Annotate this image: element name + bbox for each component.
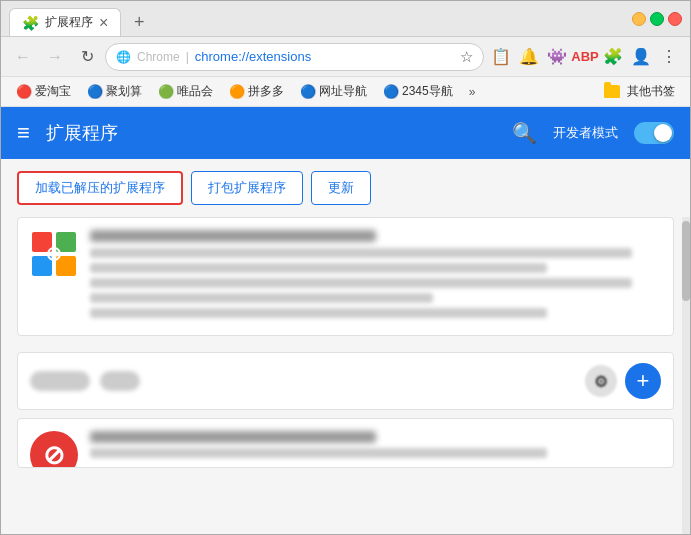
scrollbar-thumb[interactable] bbox=[682, 221, 690, 301]
bookmark-label-5: 网址导航 bbox=[319, 83, 367, 100]
extension-3-desc bbox=[90, 448, 547, 458]
extensions-content: 加载已解压的扩展程序 打包扩展程序 更新 bbox=[1, 159, 690, 534]
bookmark-icon-2: 🔵 bbox=[87, 84, 103, 99]
extension-2-actions: ⚙ + bbox=[585, 363, 661, 399]
account-icon[interactable]: 👤 bbox=[628, 44, 654, 70]
desc-line-2 bbox=[90, 263, 547, 273]
omnibox[interactable]: 🌐 Chrome | chrome://extensions ☆ bbox=[105, 43, 484, 71]
desc-line-1 bbox=[90, 248, 632, 258]
bookmark-label-2: 聚划算 bbox=[106, 83, 142, 100]
omnibox-pipe: | bbox=[186, 50, 189, 64]
developer-mode-label: 开发者模式 bbox=[553, 124, 618, 142]
bookmark-label-6: 2345导航 bbox=[402, 83, 453, 100]
extensions-header: ≡ 扩展程序 🔍 开发者模式 bbox=[1, 107, 690, 159]
extension-icon-2[interactable]: 👾 bbox=[544, 44, 570, 70]
bookmarks-more-button[interactable]: » bbox=[464, 82, 481, 102]
omnibox-separator: Chrome bbox=[137, 50, 180, 64]
developer-mode-toggle[interactable] bbox=[634, 122, 674, 144]
forward-button[interactable]: → bbox=[41, 43, 69, 71]
toggle-knob bbox=[654, 124, 672, 142]
bookmark-juhuasuan[interactable]: 🔵 聚划算 bbox=[80, 80, 149, 103]
extension-icon-3[interactable]: ABP bbox=[572, 44, 598, 70]
back-icon: ← bbox=[15, 48, 31, 66]
extensions-list-scroll: ⚙ + ⊘ bbox=[1, 217, 690, 534]
blur-badge-1 bbox=[30, 371, 90, 391]
scrollbar-track[interactable] bbox=[682, 217, 690, 534]
bookmark-label-1: 爱淘宝 bbox=[35, 83, 71, 100]
omnibox-bar: ← → ↻ 🌐 Chrome | chrome://extensions ☆ 📋… bbox=[1, 37, 690, 77]
update-button[interactable]: 更新 bbox=[311, 171, 371, 205]
search-icon[interactable]: 🔍 bbox=[512, 121, 537, 145]
bookmark-2345[interactable]: 🔵 2345导航 bbox=[376, 80, 460, 103]
bookmark-vip[interactable]: 🟢 唯品会 bbox=[151, 80, 220, 103]
tab-close-button[interactable]: × bbox=[99, 15, 108, 31]
active-tab[interactable]: 🧩 扩展程序 × bbox=[9, 8, 121, 36]
extension-2-content bbox=[30, 371, 575, 391]
svg-rect-0 bbox=[32, 232, 52, 252]
close-button[interactable] bbox=[668, 12, 682, 26]
extension-2-icon: ⚙ bbox=[585, 365, 617, 397]
extension-item-2: ⚙ + bbox=[17, 352, 674, 410]
menu-dots-icon[interactable]: ⋮ bbox=[656, 44, 682, 70]
extension-icon-stop: ⊘ bbox=[30, 431, 78, 468]
browser-window: 🧩 扩展程序 × + ← → ↻ 🌐 Chrome | chrome://ext… bbox=[0, 0, 691, 535]
bookmark-icon-6: 🔵 bbox=[383, 84, 399, 99]
bookmark-label-4: 拼多多 bbox=[248, 83, 284, 100]
titlebar: 🧩 扩展程序 × + bbox=[1, 1, 690, 37]
extension-item-1 bbox=[17, 217, 674, 336]
refresh-button[interactable]: ↻ bbox=[73, 43, 101, 71]
forward-icon: → bbox=[47, 48, 63, 66]
page-title: 扩展程序 bbox=[46, 121, 496, 145]
minimize-button[interactable] bbox=[632, 12, 646, 26]
extension-3-name bbox=[90, 431, 376, 443]
new-tab-button[interactable]: + bbox=[125, 8, 153, 36]
omnibox-url: chrome://extensions bbox=[195, 49, 311, 64]
bookmark-icon-3: 🟢 bbox=[158, 84, 174, 99]
tab-area: 🧩 扩展程序 × + bbox=[9, 1, 624, 36]
extension-1-name bbox=[90, 230, 376, 242]
bookmark-nav[interactable]: 🔵 网址导航 bbox=[293, 80, 374, 103]
bookmark-aitaobao[interactable]: 🔴 爱淘宝 bbox=[9, 80, 78, 103]
bookmark-pinduoduo[interactable]: 🟠 拼多多 bbox=[222, 80, 291, 103]
maximize-button[interactable] bbox=[650, 12, 664, 26]
desc-line-4 bbox=[90, 293, 433, 303]
window-controls bbox=[632, 12, 682, 26]
extension-icon-puzzle bbox=[30, 230, 78, 278]
tab-label: 扩展程序 bbox=[45, 14, 93, 31]
bookmark-star-icon[interactable]: ☆ bbox=[460, 48, 473, 66]
load-unpacked-button[interactable]: 加载已解压的扩展程序 bbox=[17, 171, 183, 205]
svg-rect-3 bbox=[56, 256, 76, 276]
hamburger-menu-icon[interactable]: ≡ bbox=[17, 120, 30, 146]
folder-icon bbox=[604, 85, 620, 98]
bookmark-label-3: 唯品会 bbox=[177, 83, 213, 100]
extension-icon-1[interactable]: 📋 bbox=[488, 44, 514, 70]
folder-label: 其他书签 bbox=[627, 83, 675, 100]
blur-badge-2 bbox=[100, 371, 140, 391]
refresh-icon: ↻ bbox=[81, 47, 94, 66]
extension-item-3: ⊘ bbox=[17, 418, 674, 468]
tab-icon: 🧩 bbox=[22, 15, 39, 31]
svg-rect-2 bbox=[32, 256, 52, 276]
extensions-puzzle-icon[interactable]: 🧩 bbox=[600, 44, 626, 70]
puzzle-svg bbox=[30, 230, 78, 278]
extension-2-add-icon[interactable]: + bbox=[625, 363, 661, 399]
svg-rect-1 bbox=[56, 232, 76, 252]
extension-3-info bbox=[90, 431, 661, 455]
back-button[interactable]: ← bbox=[9, 43, 37, 71]
desc-line-3 bbox=[90, 278, 632, 288]
action-buttons-row: 加载已解压的扩展程序 打包扩展程序 更新 bbox=[1, 159, 690, 217]
bookmark-icon-1: 🔴 bbox=[16, 84, 32, 99]
toolbar-icons: 📋 🔔 👾 ABP 🧩 👤 ⋮ bbox=[488, 44, 682, 70]
extension-1-desc bbox=[90, 248, 661, 318]
bookmark-folder-other[interactable]: 其他书签 bbox=[597, 80, 682, 103]
desc-line-5 bbox=[90, 308, 547, 318]
bookmark-icon-5: 🔵 bbox=[300, 84, 316, 99]
notification-icon[interactable]: 🔔 bbox=[516, 44, 542, 70]
svg-point-4 bbox=[48, 248, 60, 260]
bookmarks-bar: 🔴 爱淘宝 🔵 聚划算 🟢 唯品会 🟠 拼多多 🔵 网址导航 🔵 2345导航 … bbox=[1, 77, 690, 107]
pack-extension-button[interactable]: 打包扩展程序 bbox=[191, 171, 303, 205]
site-favicon: 🌐 bbox=[116, 50, 131, 64]
bookmark-icon-4: 🟠 bbox=[229, 84, 245, 99]
extension-1-info bbox=[90, 230, 661, 323]
extensions-list: ⚙ + ⊘ bbox=[1, 217, 690, 484]
